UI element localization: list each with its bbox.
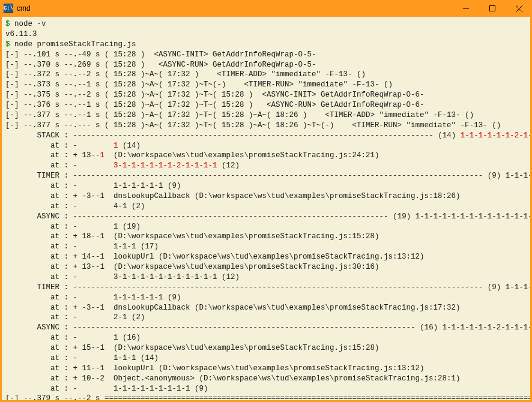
terminal-line: v6.11.3 [5, 29, 527, 40]
block-header-dashes: ----------------------------------------… [73, 283, 483, 292]
close-button[interactable] [506, 0, 532, 17]
stack-row-body: 1 (19) [113, 223, 141, 231]
block-header-dashes: ----------------------------------------… [73, 172, 483, 180]
terminal-line: at : + 14--1 lookupUrl (D:\workspace\ws\… [5, 252, 527, 262]
stack-row-suffix: (D:\workspace\ws\tud\examples\promiseSta… [104, 151, 379, 160]
stack-row-body: Object.<anonymous> (D:\workspace\ws\tud\… [113, 374, 461, 383]
stack-row-prefix: at : - [5, 385, 113, 393]
terminal-output[interactable]: $ node -vv6.11.3$ node promiseStackTraci… [0, 17, 532, 402]
stack-row-suffix: (14) [118, 142, 141, 150]
stack-row-prefix: at : - [5, 273, 113, 281]
maximize-icon [489, 5, 495, 11]
close-icon [516, 5, 522, 12]
terminal-line: at : - 4-1 (2) [5, 202, 527, 212]
stack-row-body: 4-1 (2) [113, 202, 145, 211]
terminal-line: ASYNC : --------------------------------… [5, 212, 527, 222]
stack-row-prefix: at : - [5, 202, 113, 211]
stack-row-body: (D:\workspace\ws\tud\examples\promiseSta… [113, 344, 379, 352]
stack-row-prefix: at : + 13-- [5, 151, 100, 160]
terminal-line: at : - 1 (19) [5, 222, 527, 232]
stack-row-prefix: at : - [5, 223, 113, 231]
terminal-line: at : - 1 (16) [5, 333, 527, 343]
block-header-trail: 1-1-1-1-1-1-2-1-1-1-1-1-1-1-1-1 [443, 323, 532, 332]
stack-row-prefix: at : - [5, 242, 113, 251]
stack-row-prefix: at : + -3--1 [5, 192, 113, 200]
terminal-line: at : + -3--1 dnsLookupCallback (D:\works… [5, 191, 527, 202]
stack-row-prefix: at : + 14--1 [5, 253, 113, 261]
terminal-line: [-] --.373 s --.--1 s ( 15:28 )~A~( 17:3… [5, 80, 527, 90]
stack-row-body: lookupUrl (D:\workspace\ws\tud\examples\… [113, 253, 425, 261]
minimize-icon [463, 5, 469, 11]
minimize-button[interactable] [453, 0, 479, 17]
terminal-line: at : - 3-1-1-1-1-1-1-2-1-1-1-1 (12) [5, 161, 527, 171]
stack-row-prefix: at : - [5, 313, 113, 322]
window-title: cmd [17, 4, 31, 13]
block-header-trail: 1-1-1-1-1-1-1-1-2 [506, 283, 532, 292]
block-header-trail: 1-1-1-1-1-1-1-1-4 [506, 172, 532, 180]
prompt-symbol: $ [5, 20, 14, 28]
terminal-line: at : - 1-1-1-1-1-1 (9) [5, 293, 527, 303]
block-header-label: TIMER : [5, 172, 73, 180]
terminal-line: at : + 11--1 lookupUrl (D:\workspace\ws\… [5, 364, 527, 374]
block-header-count: (19) [388, 212, 416, 221]
stack-row-body: 2-1 (2) [113, 313, 145, 322]
block-header-label: ASYNC : [5, 323, 73, 332]
prompt-symbol: $ [5, 40, 14, 49]
stack-row-prefix: at : - [5, 293, 113, 302]
terminal-line: [-] --.101 s --.-49 s ( 15:28 ) <ASYNC-I… [5, 50, 527, 60]
terminal-line: at : + 13--1 (D:\workspace\ws\tud\exampl… [5, 262, 527, 272]
command-output: v6.11.3 [5, 30, 37, 38]
terminal-line: at : - 1-1-1 (14) [5, 353, 527, 364]
stack-row-prefix: at : + 18--1 [5, 232, 113, 241]
stack-row-body: 1-1-1-1-1-1-1-1-1 (9) [113, 385, 208, 393]
stack-row-prefix: at : - [5, 334, 113, 342]
stack-row-body: 1-1-1-1-1-1 (9) [113, 182, 181, 190]
block-header-count: (16) [416, 323, 443, 332]
stdout-divider: [-] --.379 s --.--2 s ==================… [5, 394, 532, 402]
terminal-line: [-] --.377 s --.--1 s ( 15:28 )~A~( 17:3… [5, 110, 527, 121]
stack-row-prefix: at : + 15--1 [5, 344, 113, 352]
terminal-line: at : - 1 (14) [5, 141, 527, 151]
stack-row-suffix: (12) [217, 161, 240, 170]
terminal-line: [-] --.376 s --.--1 s ( 15:28 )~A~( 17:3… [5, 100, 527, 110]
stack-row-prefix: at : + 13--1 [5, 263, 113, 271]
block-header-label: ASYNC : [5, 212, 73, 221]
maximize-button[interactable] [479, 0, 506, 17]
terminal-line: $ node -v [5, 19, 527, 29]
terminal-line: [-] --.375 s --.--2 s ( 15:28 )~A~( 17:3… [5, 90, 527, 100]
stack-row-body: 1 [100, 151, 105, 160]
command-text: node promiseStackTracing.js [14, 40, 136, 49]
terminal-line: at : + 18--1 (D:\workspace\ws\tud\exampl… [5, 232, 527, 242]
block-header-label: STACK : [5, 131, 73, 140]
stack-row-body: dnsLookupCallback (D:\workspace\ws\tud\e… [113, 304, 461, 312]
block-header-dashes: ----------------------------------------… [73, 212, 388, 221]
stack-row-body: lookupUrl (D:\workspace\ws\tud\examples\… [113, 364, 425, 373]
stack-row-body: 3-1-1-1-1-1-1-1-1-1-1-1 (12) [113, 273, 240, 281]
block-header-count: (9) [483, 283, 506, 292]
stack-row-prefix: at : - [5, 182, 113, 190]
log-entry: [-] --.101 s --.-49 s ( 15:28 ) <ASYNC-I… [5, 50, 316, 59]
stack-row-body: 1 (16) [113, 334, 141, 342]
block-header-dashes: ----------------------------------------… [73, 323, 416, 332]
stack-row-prefix: at : - [5, 142, 113, 150]
terminal-line: STACK : --------------------------------… [5, 131, 527, 141]
stack-row-body: 1-1-1 (14) [113, 354, 159, 362]
terminal-line: [-] --.372 s --.--2 s ( 15:28 )~A~( 17:3… [5, 70, 527, 80]
block-header-label: TIMER : [5, 283, 73, 292]
terminal-line: TIMER : --------------------------------… [5, 171, 527, 181]
terminal-line: [-] --.377 s --.--- s ( 15:28 )~A~( 17:3… [5, 121, 527, 131]
terminal-line: at : - 1-1-1-1-1-1-1-1-1 (9) [5, 384, 527, 394]
stack-row-body: dnsLookupCallback (D:\workspace\ws\tud\e… [113, 192, 461, 200]
terminal-line: at : + -3--1 dnsLookupCallback (D:\works… [5, 303, 527, 313]
terminal-line: at : + 15--1 (D:\workspace\ws\tud\exampl… [5, 343, 527, 353]
terminal-line: at : - 1-1-1-1-1-1 (9) [5, 181, 527, 191]
stack-row-body: 1-1-1-1-1-1 (9) [113, 293, 181, 302]
command-text: node -v [14, 20, 46, 28]
stack-row-prefix: at : - [5, 161, 113, 170]
stack-row-body: 1-1-1 (17) [113, 242, 159, 251]
terminal-line: at : - 1-1-1 (17) [5, 242, 527, 252]
log-entry: [-] --.373 s --.--1 s ( 15:28 )~A~( 17:3… [5, 80, 393, 89]
app-icon: C:\ [4, 4, 13, 13]
log-entry: [-] --.377 s --.--- s ( 15:28 )~A~( 17:3… [5, 121, 501, 130]
terminal-line: [-] --.370 s --.269 s ( 15:28 ) <ASYNC-R… [5, 60, 527, 70]
